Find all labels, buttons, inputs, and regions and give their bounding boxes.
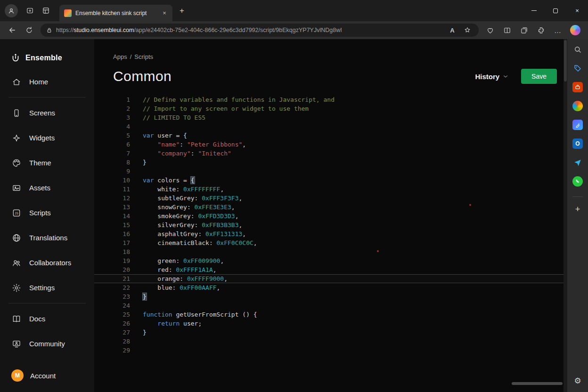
whatsapp-icon[interactable] [570, 174, 585, 189]
code-line[interactable]: 4 [94, 122, 564, 131]
sidebar-item-theme[interactable]: Theme [0, 150, 94, 175]
minimize-button[interactable] [523, 0, 545, 21]
history-dropdown[interactable]: History [475, 73, 509, 81]
sidebar-item-label: Theme [29, 159, 51, 167]
account-label: Account [30, 372, 56, 380]
line-number: 22 [94, 283, 130, 292]
brand[interactable]: Ensemble [0, 47, 94, 69]
horizontal-scrollbar[interactable] [512, 382, 563, 385]
rewards-icon[interactable] [570, 98, 585, 114]
code-editor[interactable]: 1// Define variables and functions in Ja… [94, 95, 564, 355]
code-line[interactable]: 14 smokeGrey: 0xFFD3D3D3, [94, 212, 564, 220]
breadcrumb-scripts[interactable]: Scripts [134, 53, 153, 60]
code-line[interactable]: 11 white: 0xFFFFFFFF, [94, 185, 564, 194]
tab-close-icon[interactable]: × [160, 9, 169, 17]
code-text: } [130, 158, 147, 167]
code-line[interactable]: 8} [94, 158, 564, 167]
sidebar-settings-icon[interactable]: ⚙ [570, 373, 585, 388]
maximize-button[interactable] [545, 0, 566, 21]
tab-actions-icon[interactable] [38, 4, 54, 18]
search-icon[interactable] [570, 42, 585, 57]
code-line[interactable]: 12 subtleGrey: 0xFFF3F3F3, [94, 194, 564, 203]
save-button[interactable]: Save [521, 69, 557, 84]
url-text[interactable]: https://studio.ensembleui.com/app/e24402… [56, 27, 443, 33]
code-line[interactable]: 10var colors = { [94, 176, 564, 185]
collections-icon[interactable] [516, 23, 531, 37]
code-text: asphaltGrey: 0xFF131313, [130, 229, 246, 238]
code-line[interactable]: 22 blue: 0xFF00AAFF, [94, 283, 564, 292]
favorite-star-icon[interactable] [462, 24, 473, 36]
microsoft365-icon[interactable] [570, 80, 585, 95]
code-line[interactable]: 3// LIMITED TO ES5 [94, 113, 564, 122]
breadcrumb-separator: / [130, 53, 132, 60]
vertical-scrollbar-thumb[interactable] [564, 40, 567, 82]
sidebar-item-collaborators[interactable]: Collaborators [0, 250, 94, 275]
code-line[interactable]: 16 asphaltGrey: 0xFF131313, [94, 229, 564, 238]
code-line[interactable]: 15 silverGrey: 0xFFB3B3B3, [94, 220, 564, 229]
code-line[interactable]: 1// Define variables and functions in Ja… [94, 95, 564, 104]
code-line[interactable]: 28 [94, 337, 564, 346]
sidebar-item-label: Settings [29, 284, 55, 292]
sidebar-item-account[interactable]: M Account [0, 369, 94, 392]
sidebar-item-assets[interactable]: Assets [0, 175, 94, 200]
code-line[interactable]: 24 [94, 301, 564, 310]
sidebar-item-widgets[interactable]: Widgets [0, 125, 94, 150]
settings-icon [11, 283, 22, 293]
browser-essentials-icon[interactable] [482, 23, 498, 37]
designer-icon[interactable] [570, 117, 585, 132]
code-line[interactable]: 23} [94, 292, 564, 301]
drop-icon[interactable] [570, 155, 585, 170]
code-line[interactable]: 29 [94, 346, 564, 355]
code-line[interactable]: 6 "name": "Peter Gibbons", [94, 140, 564, 149]
code-text: // Define variables and functions in Jav… [130, 95, 335, 104]
line-number: 16 [94, 229, 130, 238]
outlook-icon[interactable]: O [570, 136, 585, 151]
code-line[interactable]: 18 [94, 247, 564, 256]
browser-tab[interactable]: Ensemble kitchen sink script × [59, 5, 172, 21]
workspaces-icon[interactable] [22, 4, 38, 18]
screen-artifact-dot [469, 204, 471, 206]
code-text: snowGrey: 0xFFE3E3E3, [130, 203, 235, 212]
breadcrumb-apps[interactable]: Apps [113, 53, 127, 60]
code-line[interactable]: 17 cinematicBlack: 0xFF0C0C0C, [94, 238, 564, 247]
line-number: 21 [94, 274, 130, 283]
sidebar-item-docs[interactable]: Docs [0, 306, 94, 331]
read-aloud-icon[interactable]: A [447, 24, 458, 36]
home-icon [11, 77, 22, 87]
code-line[interactable]: 13 snowGrey: 0xFFE3E3E3, [94, 203, 564, 212]
profile-avatar[interactable] [5, 4, 18, 17]
code-line[interactable]: 25function getUserFromScript () { [94, 310, 564, 319]
line-number: 19 [94, 256, 130, 265]
page-title: Common [113, 68, 172, 84]
address-bar[interactable]: https://studio.ensembleui.com/app/e24402… [41, 24, 479, 37]
code-text: } [130, 292, 147, 301]
back-button[interactable] [5, 23, 20, 37]
settings-more-icon[interactable]: … [550, 23, 565, 37]
vertical-scrollbar-track[interactable] [564, 39, 567, 392]
code-line[interactable]: 20 red: 0xFFFF1A1A, [94, 265, 564, 274]
extensions-icon[interactable] [533, 23, 548, 37]
code-line[interactable]: 19 green: 0xFF009900, [94, 256, 564, 265]
sidebar-item-home[interactable]: Home [0, 69, 94, 94]
refresh-icon [25, 26, 33, 34]
sidebar-item-community[interactable]: Community [0, 331, 94, 356]
close-button[interactable]: × [566, 0, 588, 21]
code-line-active[interactable]: 21 orange: 0xFFFF9000, [94, 274, 564, 283]
add-shortcut-icon[interactable]: + [570, 202, 585, 217]
sidebar-item-scripts[interactable]: JSScripts [0, 200, 94, 225]
code-line[interactable]: 7 "company": "Initech" [94, 149, 564, 158]
code-line[interactable]: 9 [94, 167, 564, 176]
code-line[interactable]: 5var user = { [94, 131, 564, 140]
code-line[interactable]: 26 return user; [94, 319, 564, 328]
new-tab-button[interactable]: + [175, 4, 188, 17]
code-line[interactable]: 2// Import to any screen or widget to us… [94, 104, 564, 113]
sidebar-item-screens[interactable]: Screens [0, 100, 94, 125]
sidebar-item-label: Home [29, 78, 48, 86]
code-line[interactable]: 27} [94, 328, 564, 337]
refresh-button[interactable] [22, 23, 37, 37]
split-screen-icon[interactable] [499, 23, 514, 37]
copilot-icon[interactable] [570, 25, 580, 35]
sidebar-item-translations[interactable]: Translations [0, 225, 94, 250]
sidebar-item-settings[interactable]: Settings [0, 275, 94, 300]
shopping-icon[interactable] [570, 61, 585, 76]
